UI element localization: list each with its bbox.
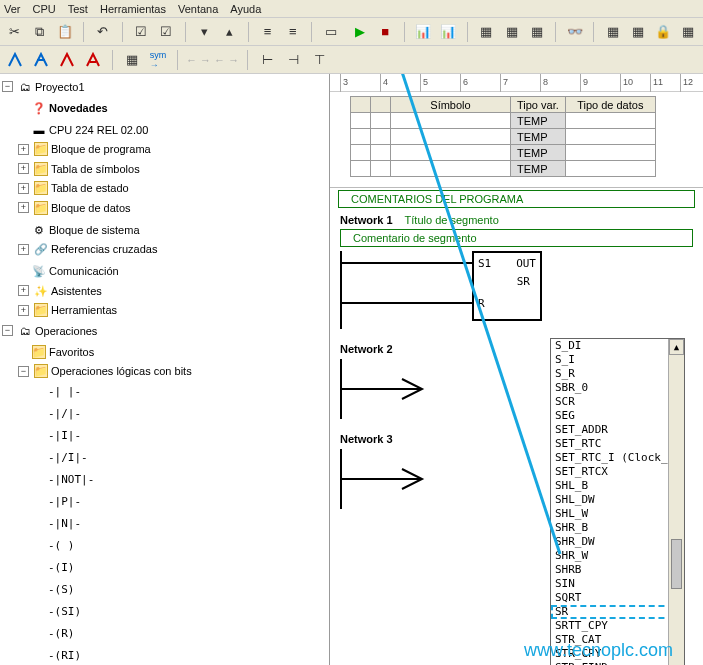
dropdown-item[interactable]: S_I (551, 353, 684, 367)
menu-herramientas[interactable]: Herramientas (100, 3, 166, 15)
ladder-item[interactable]: -| |- (48, 384, 81, 400)
ladder-item[interactable]: -(I) (48, 560, 75, 576)
ladder-item[interactable]: -(S) (48, 582, 75, 598)
contact-nc-icon[interactable] (30, 49, 52, 71)
dropdown-item[interactable]: SHL_W (551, 507, 684, 521)
glasses-icon[interactable]: 👓 (564, 21, 585, 43)
dropdown-item[interactable]: SBR_0 (551, 381, 684, 395)
menu-ayuda[interactable]: Ayuda (230, 3, 261, 15)
tree-ref-cruzadas[interactable]: Referencias cruzadas (51, 241, 157, 257)
coil-icon[interactable] (56, 49, 78, 71)
contact-no-icon[interactable] (4, 49, 26, 71)
ladder-item[interactable]: -|/I|- (48, 450, 88, 466)
tree-bloque-datos[interactable]: Bloque de datos (51, 200, 131, 216)
tree-tabla-estado[interactable]: Tabla de estado (51, 180, 129, 196)
tree-bloque-sistema[interactable]: Bloque de sistema (49, 222, 140, 238)
run-icon[interactable]: ▶ (349, 21, 370, 43)
dropdown-item[interactable]: SRTT_CPY (551, 619, 684, 633)
dropdown-item[interactable]: S_DI (551, 339, 684, 353)
dropdown-item[interactable]: SHL_B (551, 479, 684, 493)
up-arrow-icon[interactable]: ▴ (219, 21, 240, 43)
sort2-icon[interactable]: ≡ (282, 21, 303, 43)
dropdown-item[interactable]: SR (551, 605, 684, 619)
paste-icon[interactable]: 📋 (54, 21, 75, 43)
copy-icon[interactable]: ⧉ (29, 21, 50, 43)
dropdown-item[interactable]: SET_RTC (551, 437, 684, 451)
dropdown-item[interactable]: SET_RTCX (551, 465, 684, 479)
instruction-dropdown[interactable]: S_DIS_IS_RSBR_0SCRSEGSET_ADDRSET_RTCSET_… (550, 338, 685, 665)
lock-icon[interactable]: 🔒 (653, 21, 674, 43)
extra2-icon[interactable]: ▦ (501, 21, 522, 43)
branch3-icon[interactable]: ⊤ (308, 49, 330, 71)
dropdown-item[interactable]: SHR_W (551, 549, 684, 563)
scroll-thumb[interactable] (671, 539, 682, 589)
dropdown-item[interactable]: S_R (551, 367, 684, 381)
dropdown-item[interactable]: SET_RTC_I (Clock_Integer (v (551, 451, 684, 465)
tree-tabla-simbolos[interactable]: Tabla de símbolos (51, 161, 140, 177)
expander-icon[interactable]: − (18, 366, 29, 377)
menu-ventana[interactable]: Ventana (178, 3, 218, 15)
dropdown-item[interactable]: SET_ADDR (551, 423, 684, 437)
window-icon[interactable]: ▭ (320, 21, 341, 43)
dropdown-item[interactable]: SHR_B (551, 521, 684, 535)
extra1-icon[interactable]: ▦ (476, 21, 497, 43)
branch2-icon[interactable]: ⊣ (282, 49, 304, 71)
dropdown-item[interactable]: SHR_DW (551, 535, 684, 549)
expander-icon[interactable]: + (18, 183, 29, 194)
dropdown-item[interactable]: SEG (551, 409, 684, 423)
sort-icon[interactable]: ≡ (257, 21, 278, 43)
menu-test[interactable]: Test (68, 3, 88, 15)
tree-herramientas[interactable]: Herramientas (51, 302, 117, 318)
cut-icon[interactable]: ✂ (4, 21, 25, 43)
symbol-table[interactable]: Símbolo Tipo var. Tipo de datos TEMP TEM… (350, 96, 656, 177)
ladder-item[interactable]: -|NOT|- (48, 472, 94, 488)
expander-icon[interactable]: + (18, 285, 29, 296)
expander-icon[interactable]: − (2, 81, 13, 92)
tree-favoritos[interactable]: Favoritos (49, 344, 94, 360)
expander-icon[interactable]: + (18, 163, 29, 174)
tree-cpu[interactable]: CPU 224 REL 02.00 (49, 122, 148, 138)
ladder-item[interactable]: -|N|- (48, 516, 81, 532)
sym-icon[interactable]: sym→ (147, 49, 169, 71)
check2-icon[interactable]: ☑ (156, 21, 177, 43)
chart2-icon[interactable]: 📊 (438, 21, 459, 43)
menu-cpu[interactable]: CPU (33, 3, 56, 15)
check1-icon[interactable]: ☑ (131, 21, 152, 43)
tree-operaciones[interactable]: Operaciones (35, 323, 97, 339)
undo-icon[interactable]: ↶ (92, 21, 113, 43)
tree-asistentes[interactable]: Asistentes (51, 283, 102, 299)
chart-icon[interactable]: 📊 (413, 21, 434, 43)
expander-icon[interactable]: − (2, 325, 13, 336)
dropdown-item[interactable]: SQRT (551, 591, 684, 605)
ladder-item[interactable]: -(RI) (48, 648, 81, 664)
tree-op-logicas[interactable]: Operaciones lógicas con bits (51, 363, 192, 379)
expander-icon[interactable]: + (18, 305, 29, 316)
extra4-icon[interactable]: ▦ (602, 21, 623, 43)
expander-icon[interactable]: + (18, 202, 29, 213)
stop-icon[interactable]: ■ (375, 21, 396, 43)
tree-bloque-programa[interactable]: Bloque de programa (51, 141, 151, 157)
expander-icon[interactable]: + (18, 144, 29, 155)
extra5-icon[interactable]: ▦ (628, 21, 649, 43)
project-tree[interactable]: −🗂Proyecto1 ❓Novedades ▬CPU 224 REL 02.0… (0, 74, 330, 665)
coil2-icon[interactable] (82, 49, 104, 71)
down-arrow-icon[interactable]: ▾ (194, 21, 215, 43)
menu-ver[interactable]: Ver (4, 3, 21, 15)
dropdown-item[interactable]: SHL_DW (551, 493, 684, 507)
ladder-item[interactable]: -( ) (48, 538, 75, 554)
scroll-up-icon[interactable]: ▲ (669, 339, 684, 355)
extra3-icon[interactable]: ▦ (526, 21, 547, 43)
ladder-item[interactable]: -(SI) (48, 604, 81, 620)
dropdown-item[interactable]: STR_FIND (551, 661, 684, 665)
tree-proyecto[interactable]: Proyecto1 (35, 79, 85, 95)
expander-icon[interactable]: + (18, 244, 29, 255)
network-1[interactable]: Network 1Título de segmento Comentario d… (340, 214, 693, 329)
scrollbar[interactable]: ▲ ▼ (668, 339, 684, 665)
dropdown-item[interactable]: SIN (551, 577, 684, 591)
ladder-item[interactable]: -|/|- (48, 406, 81, 422)
tree-comunicacion[interactable]: Comunicación (49, 263, 119, 279)
branch1-icon[interactable]: ⊢ (256, 49, 278, 71)
tree-novedades[interactable]: Novedades (49, 100, 108, 116)
ladder-item[interactable]: -|P|- (48, 494, 81, 510)
grid-icon[interactable]: ▦ (121, 49, 143, 71)
